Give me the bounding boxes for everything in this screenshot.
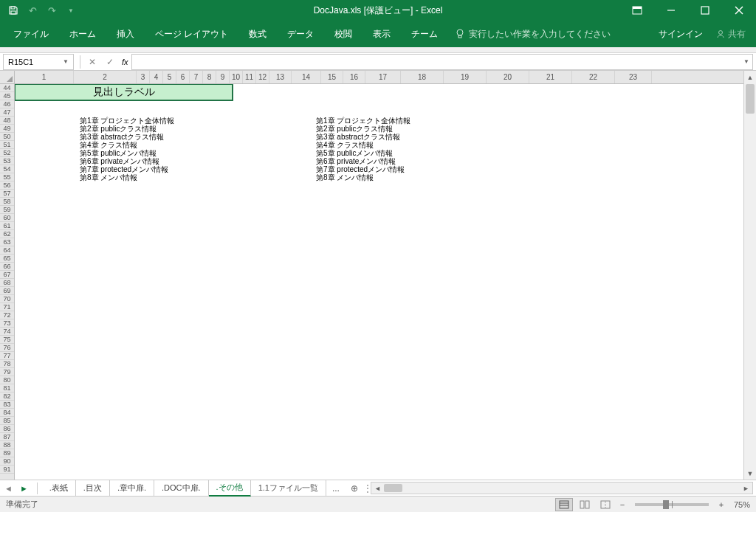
sheet-tab[interactable]: .その他: [209, 480, 251, 497]
formula-input[interactable]: ▼: [131, 54, 753, 70]
row-header[interactable]: 88: [0, 441, 14, 449]
row-header[interactable]: 83: [0, 401, 14, 409]
column-header[interactable]: 11: [243, 71, 256, 83]
row-header[interactable]: 67: [0, 271, 14, 279]
column-header[interactable]: 8: [203, 71, 216, 83]
name-box[interactable]: R15C1 ▼: [3, 54, 74, 70]
column-header[interactable]: 17: [365, 71, 401, 83]
more-sheets-button[interactable]: ...: [326, 483, 346, 494]
row-header[interactable]: 73: [0, 319, 14, 328]
row-header[interactable]: 79: [0, 368, 14, 376]
signin-link[interactable]: サインイン: [659, 28, 709, 41]
row-header[interactable]: 44: [0, 84, 14, 92]
zoom-slider[interactable]: [635, 503, 709, 506]
row-header[interactable]: 72: [0, 311, 14, 319]
scroll-thumb[interactable]: [746, 84, 755, 114]
page-break-view-icon[interactable]: [597, 498, 614, 511]
horizontal-scrollbar[interactable]: ◄ ►: [371, 482, 753, 494]
save-icon[interactable]: [4, 1, 22, 19]
row-header[interactable]: 91: [0, 466, 14, 474]
row-header[interactable]: 49: [0, 125, 14, 133]
column-header[interactable]: 13: [269, 71, 292, 83]
row-header[interactable]: 55: [0, 173, 14, 181]
row-header[interactable]: 50: [0, 133, 14, 141]
sheet-nav-next-icon[interactable]: ►: [20, 484, 28, 493]
new-sheet-icon[interactable]: ⊕: [346, 483, 363, 494]
row-header[interactable]: 77: [0, 352, 14, 360]
column-header[interactable]: 2: [74, 71, 137, 83]
tab-home[interactable]: ホーム: [59, 21, 106, 47]
close-icon[interactable]: [722, 0, 756, 21]
row-header[interactable]: 58: [0, 198, 14, 206]
column-header[interactable]: 6: [176, 71, 190, 83]
column-header[interactable]: 1: [15, 71, 74, 83]
row-header[interactable]: 64: [0, 246, 14, 255]
redo-icon[interactable]: ↷: [43, 1, 61, 19]
row-header[interactable]: 63: [0, 238, 14, 246]
row-header[interactable]: 68: [0, 279, 14, 287]
column-header[interactable]: 20: [487, 71, 529, 83]
tab-team[interactable]: チーム: [401, 21, 448, 47]
row-header[interactable]: 66: [0, 263, 14, 271]
minimize-icon[interactable]: [654, 0, 688, 21]
expand-formula-icon[interactable]: ▼: [743, 58, 749, 65]
page-layout-view-icon[interactable]: [576, 498, 594, 511]
scroll-thumb[interactable]: [384, 484, 402, 492]
row-header[interactable]: 71: [0, 303, 14, 311]
row-header[interactable]: 78: [0, 360, 14, 368]
maximize-icon[interactable]: [688, 0, 722, 21]
row-header[interactable]: 56: [0, 181, 14, 190]
column-header[interactable]: 21: [529, 71, 572, 83]
sheet-tab[interactable]: .章中扉.: [110, 480, 154, 497]
row-header[interactable]: 53: [0, 157, 14, 165]
row-header[interactable]: 62: [0, 230, 14, 238]
row-header[interactable]: 61: [0, 222, 14, 230]
share-button[interactable]: 共有: [709, 28, 753, 41]
row-header[interactable]: 51: [0, 141, 14, 149]
tab-page-layout[interactable]: ページ レイアウト: [145, 21, 238, 47]
tab-data[interactable]: データ: [277, 21, 324, 47]
qat-customize-icon[interactable]: ▼: [62, 1, 80, 19]
row-header[interactable]: 89: [0, 449, 14, 457]
tab-file[interactable]: ファイル: [3, 21, 59, 47]
column-header[interactable]: 7: [190, 71, 203, 83]
row-header[interactable]: 76: [0, 344, 14, 352]
ribbon-display-icon[interactable]: [620, 0, 654, 21]
column-header[interactable]: 16: [343, 71, 365, 83]
row-header[interactable]: 70: [0, 295, 14, 303]
cancel-formula-icon[interactable]: ✕: [83, 54, 101, 70]
undo-icon[interactable]: ↶: [24, 1, 41, 19]
column-header[interactable]: 12: [256, 71, 269, 83]
tab-view[interactable]: 表示: [362, 21, 401, 47]
column-header[interactable]: 5: [163, 71, 176, 83]
row-header[interactable]: 60: [0, 214, 14, 222]
column-header[interactable]: 3: [137, 71, 150, 83]
zoom-in-button[interactable]: +: [716, 500, 726, 509]
tell-me-search[interactable]: 実行したい作業を入力してください: [456, 28, 611, 41]
row-header[interactable]: 65: [0, 255, 14, 263]
row-header[interactable]: 52: [0, 149, 14, 157]
column-header[interactable]: 19: [444, 71, 487, 83]
row-header[interactable]: 84: [0, 409, 14, 417]
row-header[interactable]: 69: [0, 287, 14, 295]
normal-view-icon[interactable]: [555, 498, 573, 511]
scroll-down-icon[interactable]: ▼: [744, 467, 756, 480]
column-header[interactable]: 10: [230, 71, 243, 83]
vertical-scrollbar[interactable]: ▲ ▼: [743, 71, 756, 480]
row-header[interactable]: 85: [0, 417, 14, 425]
row-header[interactable]: 81: [0, 384, 14, 392]
row-header[interactable]: 75: [0, 336, 14, 344]
column-header[interactable]: 4: [150, 71, 163, 83]
fx-icon[interactable]: fx: [119, 58, 131, 66]
enter-formula-icon[interactable]: ✓: [101, 54, 119, 70]
row-header[interactable]: 86: [0, 425, 14, 433]
sheet-tab[interactable]: .目次: [76, 480, 110, 497]
row-header[interactable]: 87: [0, 433, 14, 441]
row-header[interactable]: 48: [0, 117, 14, 125]
column-header[interactable]: 23: [615, 71, 652, 83]
sheet-nav-prev-icon[interactable]: ◄: [4, 484, 13, 493]
row-header[interactable]: 74: [0, 328, 14, 336]
scroll-up-icon[interactable]: ▲: [744, 71, 756, 83]
scroll-left-icon[interactable]: ◄: [371, 485, 384, 492]
row-header[interactable]: 90: [0, 457, 14, 466]
